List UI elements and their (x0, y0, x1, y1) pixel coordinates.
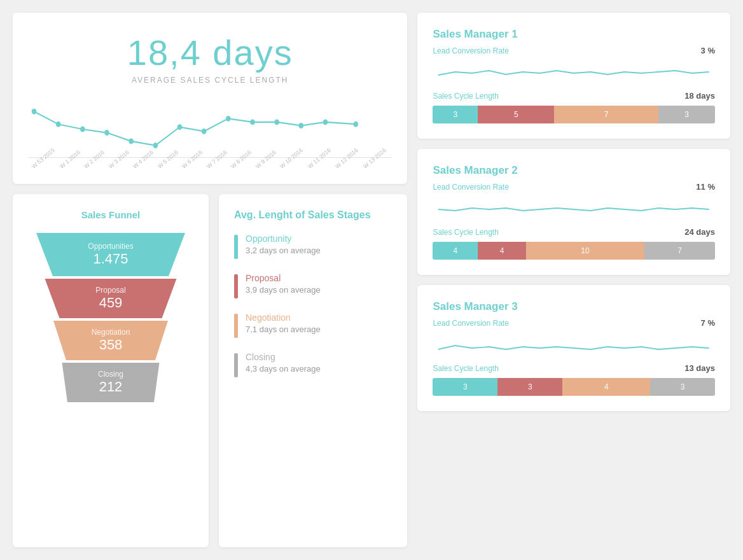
conversion-row: Lead Conversion Rate 3 % (433, 46, 715, 55)
svg-point-3 (80, 127, 85, 132)
svg-point-9 (226, 116, 231, 122)
stage-bar (234, 353, 238, 377)
svg-point-6 (153, 143, 158, 148)
svg-point-12 (299, 123, 304, 129)
funnel-seg-value: 1.475 (93, 251, 128, 267)
svg-point-1 (32, 109, 37, 115)
manager-title: Sales Manager 1 (433, 28, 715, 41)
stage-days: 7,1 days on average (246, 325, 321, 334)
manager-title: Sales Manager 2 (433, 164, 715, 177)
stage-days: 3,9 days on average (246, 285, 321, 295)
sparkline (433, 59, 715, 85)
conversion-label: Lead Conversion Rate (433, 319, 508, 328)
stage-bar (234, 274, 238, 298)
funnel-seg-label: Opportunities (88, 242, 133, 251)
stages-card: Avg. Lenght of Sales Stages Opportunity … (219, 194, 407, 547)
cycle-label: Sales Cycle Length (433, 228, 498, 237)
funnel-segment: Closing 212 (57, 363, 165, 402)
seg-part: 3 (433, 106, 478, 123)
stage-days: 3,2 days on average (246, 246, 321, 255)
stage-item: Proposal 3,9 days on average (234, 273, 392, 298)
stage-name: Opportunity (246, 234, 321, 244)
manager-card: Sales Manager 3 Lead Conversion Rate 7 %… (417, 285, 730, 411)
seg-part: 7 (644, 242, 715, 260)
stage-info: Negotiation 7,1 days on average (246, 312, 321, 334)
svg-point-4 (104, 130, 109, 136)
funnel-card: Sales Funnel Opportunities 1.475Proposal… (13, 194, 209, 547)
sparkline (433, 195, 715, 221)
conversion-row: Lead Conversion Rate 7 % (433, 318, 715, 328)
stage-days: 4,3 days on average (246, 364, 321, 374)
seg-part: 4 (562, 378, 650, 396)
avg-cycle-card: 18,4 days AVERAGE SALES CYCLE LENGTH (13, 13, 407, 184)
stage-info: Proposal 3,9 days on average (246, 273, 321, 295)
funnel-segment: Opportunities 1.475 (28, 233, 193, 276)
seg-part: 3 (658, 106, 715, 123)
svg-point-10 (250, 119, 255, 125)
svg-point-2 (56, 122, 61, 127)
cycle-row: Sales Cycle Length 24 days (433, 227, 715, 237)
stage-bar (234, 314, 238, 338)
seg-part: 10 (526, 242, 644, 260)
manager-title: Sales Manager 3 (433, 300, 715, 313)
conversion-row: Lead Conversion Rate 11 % (433, 182, 715, 192)
seg-part: 3 (433, 378, 497, 396)
stage-name: Negotiation (246, 312, 321, 323)
stage-info: Closing 4,3 days on average (246, 352, 321, 374)
avg-cycle-value: 18,4 days (28, 32, 392, 73)
svg-point-7 (177, 124, 183, 130)
stages-title: Avg. Lenght of Sales Stages (234, 209, 392, 221)
conversion-label: Lead Conversion Rate (433, 46, 508, 55)
conversion-value: 3 % (701, 46, 715, 55)
seg-part: 7 (554, 106, 658, 123)
svg-point-13 (323, 119, 328, 125)
funnel-seg-value: 358 (99, 337, 123, 353)
cycle-value: 24 days (684, 227, 715, 237)
seg-part: 3 (650, 378, 715, 396)
funnel-seg-value: 459 (99, 295, 123, 311)
stage-name: Proposal (246, 273, 321, 283)
cycle-label: Sales Cycle Length (433, 364, 498, 373)
funnel-container: Opportunities 1.475Proposal 459Negotiati… (28, 233, 193, 402)
funnel-title: Sales Funnel (28, 209, 193, 220)
segment-bar: 3343 (433, 378, 715, 396)
cycle-row: Sales Cycle Length 13 days (433, 363, 715, 373)
sparkline (433, 332, 715, 357)
stage-name: Closing (246, 352, 321, 362)
svg-point-14 (353, 122, 358, 127)
segment-bar: 44107 (433, 242, 715, 260)
conversion-label: Lead Conversion Rate (433, 183, 508, 192)
svg-point-8 (202, 129, 207, 134)
seg-part: 3 (497, 378, 562, 396)
avg-cycle-label: AVERAGE SALES CYCLE LENGTH (28, 76, 392, 85)
seg-part: 4 (478, 242, 525, 260)
funnel-seg-label: Closing (98, 370, 123, 379)
funnel-seg-label: Negotiation (92, 328, 130, 337)
x-axis: W 53 2015W 1 2016W 2 2016W 3 2016W 4 201… (28, 165, 392, 171)
stage-item: Opportunity 3,2 days on average (234, 234, 392, 259)
stage-info: Opportunity 3,2 days on average (246, 234, 321, 255)
seg-part: 5 (478, 106, 554, 123)
svg-point-5 (128, 138, 134, 144)
cycle-row: Sales Cycle Length 18 days (433, 91, 715, 101)
managers-container: Sales Manager 1 Lead Conversion Rate 3 %… (417, 13, 730, 547)
cycle-label: Sales Cycle Length (433, 92, 498, 101)
funnel-segment: Negotiation 358 (47, 321, 174, 360)
funnel-seg-value: 212 (99, 379, 123, 395)
conversion-value: 7 % (701, 318, 715, 328)
cycle-value: 13 days (684, 363, 715, 373)
manager-card: Sales Manager 2 Lead Conversion Rate 11 … (417, 149, 730, 275)
segment-bar: 3573 (433, 106, 715, 123)
seg-part: 4 (433, 242, 478, 260)
cycle-value: 18 days (684, 91, 715, 101)
svg-point-11 (274, 119, 279, 125)
avg-cycle-chart (28, 97, 392, 161)
funnel-seg-label: Proposal (95, 286, 125, 295)
conversion-value: 11 % (696, 182, 715, 192)
manager-card: Sales Manager 1 Lead Conversion Rate 3 %… (417, 13, 730, 139)
stage-item: Negotiation 7,1 days on average (234, 312, 392, 338)
stage-item: Closing 4,3 days on average (234, 352, 392, 377)
stage-bar (234, 235, 238, 259)
funnel-segment: Proposal 459 (38, 279, 184, 318)
stages-container: Opportunity 3,2 days on average Proposal… (234, 234, 392, 377)
